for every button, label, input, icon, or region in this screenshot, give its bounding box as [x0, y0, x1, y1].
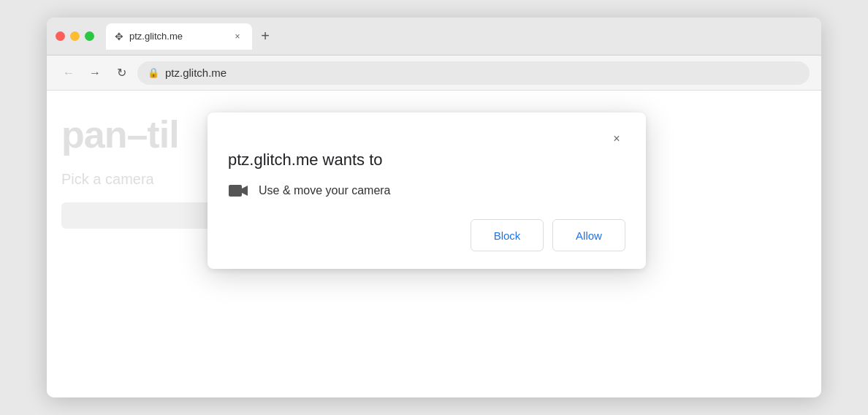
back-button[interactable]: ← — [58, 63, 79, 83]
permission-text: Use & move your camera — [259, 184, 391, 197]
lock-icon: 🔒 — [148, 67, 159, 78]
address-bar-row: ← → ↻ 🔒 ptz.glitch.me — [47, 56, 821, 91]
block-button[interactable]: Block — [471, 219, 544, 251]
page-bg-title: pan–til — [61, 113, 222, 156]
minimize-button[interactable] — [70, 31, 80, 41]
tab-bar: ✥ ptz.glitch.me × + — [106, 23, 812, 50]
page-bg-subtitle: Pick a camera — [61, 171, 222, 188]
page-bg-input — [61, 202, 222, 229]
tab-favicon-icon: ✥ — [115, 31, 123, 42]
svg-marker-1 — [242, 186, 248, 196]
popup-buttons: Block Allow — [228, 219, 625, 251]
traffic-lights — [56, 31, 94, 41]
new-tab-button[interactable]: + — [255, 26, 275, 47]
maximize-button[interactable] — [85, 31, 94, 41]
title-bar: ✥ ptz.glitch.me × + — [47, 18, 821, 56]
page-content: pan–til Pick a camera × ptz.glitch.me wa… — [47, 91, 821, 397]
allow-button[interactable]: Allow — [552, 219, 625, 251]
page-background-text: pan–til Pick a camera — [61, 113, 222, 229]
popup-permission-row: Use & move your camera — [228, 183, 625, 199]
popup-close-row: × — [228, 130, 625, 148]
popup-title: ptz.glitch.me wants to — [228, 151, 625, 170]
close-button[interactable] — [56, 31, 65, 41]
camera-svg-icon — [228, 183, 248, 199]
svg-rect-0 — [229, 185, 242, 197]
camera-icon — [228, 183, 248, 199]
permission-popup: × ptz.glitch.me wants to Use & move your… — [208, 113, 646, 269]
popup-close-button[interactable]: × — [608, 130, 625, 148]
forward-button[interactable]: → — [85, 63, 105, 83]
reload-button[interactable]: ↻ — [111, 63, 132, 83]
url-text: ptz.glitch.me — [165, 66, 226, 79]
address-bar[interactable]: 🔒 ptz.glitch.me — [137, 61, 810, 85]
browser-window: ✥ ptz.glitch.me × + ← → ↻ 🔒 ptz.glitch.m… — [47, 18, 821, 397]
active-tab[interactable]: ✥ ptz.glitch.me × — [106, 23, 252, 50]
tab-title: ptz.glitch.me — [129, 31, 226, 42]
tab-close-button[interactable]: × — [232, 31, 243, 42]
